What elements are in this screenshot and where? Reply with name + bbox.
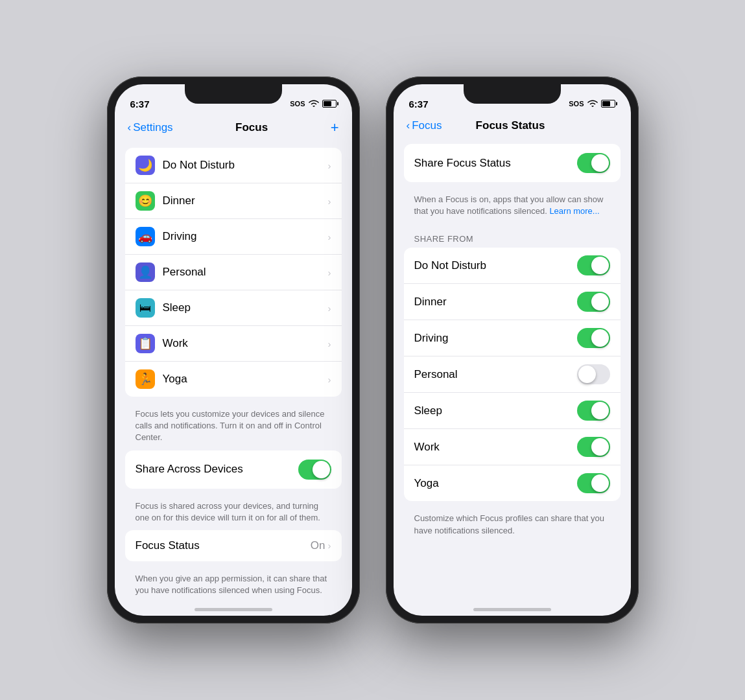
yoga-icon: 🏃 — [136, 369, 155, 389]
personal-label: Personal — [163, 266, 328, 279]
content-1: 🌙 Do Not Disturb 😊 Dinner 🚗 Driving 👤 P — [115, 141, 352, 603]
share-from-card: Do Not Disturb Dinner Driving — [404, 248, 621, 501]
driving-icon: 🚗 — [136, 227, 155, 246]
dinner-chevron — [328, 196, 331, 207]
share-focus-status-label: Share Focus Status — [414, 157, 511, 170]
back-arrow-2 — [407, 119, 410, 132]
nav-title-2: Focus Status — [476, 119, 545, 132]
share-sleep-label: Sleep — [414, 404, 577, 417]
back-arrow-1 — [128, 121, 132, 134]
battery-fill-2 — [602, 101, 611, 106]
focus-status-row[interactable]: Focus Status On — [125, 530, 342, 561]
share-sleep-toggle[interactable] — [577, 401, 610, 421]
focus-status-label: Focus Status — [136, 539, 200, 552]
wifi-icon-2 — [587, 99, 598, 109]
dinner-label: Dinner — [163, 194, 328, 207]
share-dinner-label: Dinner — [414, 296, 577, 309]
battery-icon-2 — [601, 100, 615, 108]
share-yoga-toggle[interactable] — [577, 473, 610, 493]
yoga-chevron — [328, 374, 331, 385]
focus-desc: Focus lets you customize your devices an… — [125, 403, 342, 450]
work-label: Work — [163, 337, 328, 350]
focus-item-sleep[interactable]: 🛏 Sleep — [125, 290, 342, 326]
focus-item-do-not-disturb[interactable]: 🌙 Do Not Disturb — [125, 148, 342, 183]
focus-status-desc: When you give an app permission, it can … — [125, 568, 342, 603]
home-bar-1 — [195, 608, 272, 611]
do-not-disturb-icon: 🌙 — [136, 156, 155, 175]
home-indicator-1 — [115, 603, 352, 616]
share-across-devices-row: Share Across Devices — [125, 450, 342, 489]
nav-title-1: Focus — [235, 121, 268, 134]
status-icons-2: SOS — [569, 99, 615, 109]
do-not-disturb-chevron — [328, 160, 331, 171]
home-indicator-2 — [394, 603, 631, 616]
back-button-1[interactable]: Settings — [128, 121, 173, 134]
focus-item-personal[interactable]: 👤 Personal — [125, 255, 342, 290]
notch-1 — [185, 84, 282, 104]
share-from-do-not-disturb: Do Not Disturb — [404, 248, 621, 284]
share-across-devices-card: Share Across Devices — [125, 450, 342, 489]
share-do-not-disturb-toggle[interactable] — [577, 255, 610, 275]
focus-item-work[interactable]: 📋 Work — [125, 326, 342, 362]
share-across-devices-knob — [313, 461, 330, 478]
share-dinner-toggle[interactable] — [577, 292, 610, 312]
share-focus-status-row: Share Focus Status — [404, 144, 621, 182]
nav-bar-1: Settings Focus + — [115, 117, 352, 141]
work-icon: 📋 — [136, 334, 155, 353]
phone-1: 6:37 SOS Settings Focus + — [107, 76, 360, 624]
share-from-dinner: Dinner — [404, 284, 621, 320]
focus-status-value-group: On — [311, 539, 331, 552]
driving-label: Driving — [163, 230, 328, 243]
share-driving-label: Driving — [414, 332, 577, 345]
back-label-1: Settings — [133, 121, 172, 134]
home-bar-2 — [473, 608, 551, 611]
focus-item-driving[interactable]: 🚗 Driving — [125, 219, 342, 255]
share-from-driving: Driving — [404, 320, 621, 356]
sleep-label: Sleep — [163, 301, 328, 314]
back-label-2: Focus — [412, 119, 442, 132]
notch-2 — [464, 84, 561, 104]
share-from-personal: Personal — [404, 356, 621, 393]
driving-chevron — [328, 231, 331, 242]
share-focus-status-knob — [591, 154, 609, 172]
share-focus-status-toggle[interactable] — [577, 153, 610, 173]
share-focus-desc: When a Focus is on, apps that you allow … — [404, 189, 621, 224]
sleep-chevron — [328, 303, 331, 314]
time-1: 6:37 — [130, 99, 150, 110]
focus-items-card: 🌙 Do Not Disturb 😊 Dinner 🚗 Driving 👤 P — [125, 148, 342, 397]
time-2: 6:37 — [409, 99, 429, 110]
sos-2: SOS — [569, 100, 584, 108]
phone-2: 6:37 SOS Focus Focus Status — [386, 76, 639, 624]
share-personal-toggle[interactable] — [577, 364, 610, 384]
share-across-devices-label: Share Across Devices — [136, 463, 243, 476]
share-from-work: Work — [404, 429, 621, 465]
share-driving-toggle[interactable] — [577, 328, 610, 348]
share-work-toggle[interactable] — [577, 437, 610, 457]
battery-fill-1 — [324, 101, 332, 106]
sleep-icon: 🛏 — [136, 298, 155, 318]
work-chevron — [328, 338, 331, 349]
share-yoga-label: Yoga — [414, 477, 577, 490]
share-desc: Focus is shared across your devices, and… — [125, 495, 342, 530]
content-2: Share Focus Status When a Focus is on, a… — [394, 137, 631, 603]
battery-icon-1 — [322, 100, 337, 108]
wifi-icon-1 — [309, 99, 319, 109]
share-personal-label: Personal — [414, 368, 577, 381]
share-across-devices-toggle[interactable] — [298, 460, 331, 480]
back-button-2[interactable]: Focus — [407, 119, 442, 132]
focus-status-value: On — [311, 539, 325, 552]
share-do-not-disturb-label: Do Not Disturb — [414, 259, 577, 272]
share-from-yoga: Yoga — [404, 465, 621, 501]
phone-1-screen: 6:37 SOS Settings Focus + — [115, 84, 352, 616]
share-work-label: Work — [414, 441, 577, 454]
focus-item-yoga[interactable]: 🏃 Yoga — [125, 362, 342, 397]
yoga-label: Yoga — [163, 373, 328, 386]
customize-desc: Customize which Focus profiles can share… — [404, 508, 621, 542]
dinner-icon: 😊 — [136, 191, 155, 211]
share-from-label: SHARE FROM — [404, 224, 621, 248]
add-button-1[interactable]: + — [331, 119, 339, 136]
focus-status-chevron — [328, 540, 331, 551]
personal-icon: 👤 — [136, 262, 155, 282]
focus-item-dinner[interactable]: 😊 Dinner — [125, 183, 342, 219]
learn-more-link[interactable]: Learn more... — [549, 206, 599, 216]
